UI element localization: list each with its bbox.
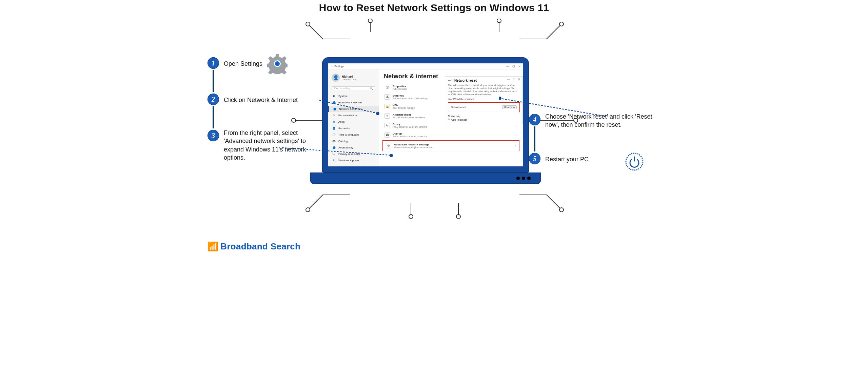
chevron-right-icon: › <box>516 134 517 137</box>
screen: ← Settings — ▢ ✕ 👤 Richard <box>328 63 523 166</box>
card-dialup[interactable]: ☎ Dial-upSet up a dial-up internet conne… <box>382 131 519 139</box>
back-icon[interactable]: ← <box>330 65 333 68</box>
laptop-base <box>310 172 541 184</box>
apps-icon: ▦ <box>332 120 336 123</box>
settings-main: Network & internet ⓘ PropertiesPublic ne… <box>379 69 523 166</box>
link-label: Get help <box>451 115 460 118</box>
card-title: Airplane mode <box>393 113 425 116</box>
sidebar-item-privacy[interactable]: 🛡Privacy & security <box>328 151 379 157</box>
sidebar-item-accessibility[interactable]: ⬤Accessibility <box>328 144 379 151</box>
sidebar-item-accounts[interactable]: 👤Accounts <box>328 125 379 131</box>
get-help-link[interactable]: ⚑Get help <box>448 115 520 118</box>
step-connector <box>534 126 535 151</box>
sidebar-item-label: Gaming <box>338 140 348 143</box>
sidebar-item-apps[interactable]: ▦Apps <box>328 119 379 125</box>
proxy-icon: ⇆ <box>384 123 390 128</box>
sidebar-item-label: Accessibility <box>338 146 353 149</box>
step-4-badge: 4 <box>529 114 540 125</box>
card-sub: View all network adapters, network reset <box>394 146 434 148</box>
accessibility-icon: ⬤ <box>332 146 336 149</box>
svg-point-7 <box>409 215 413 219</box>
sidebar-item-update[interactable]: ↻Windows Update <box>328 157 379 164</box>
network-reset-panel: —▢✕ Network reset This will remove then … <box>445 76 523 124</box>
step-5-text: Restart your PC <box>545 155 589 163</box>
sidebar-item-label: Apps <box>338 120 344 123</box>
search-icon: 🔍 <box>370 87 373 90</box>
sidebar-item-network[interactable]: ⬤Network & internet <box>328 106 379 112</box>
maximize-icon[interactable]: ▢ <box>512 65 515 68</box>
sidebar-item-label: Network & internet <box>339 107 361 110</box>
reset-row-label: Network reset <box>451 106 466 108</box>
sidebar-item-label: Personalization <box>338 114 357 117</box>
sidebar-item-label: Accounts <box>338 127 350 130</box>
step-4-text: Choose 'Network reset' and click 'Reset … <box>545 113 657 129</box>
step-connector <box>213 106 214 128</box>
sidebar-item-label: Time & language <box>338 133 359 136</box>
gaming-icon: 🎮 <box>332 140 336 143</box>
step-2-text: Click on Network & Internet <box>224 96 298 104</box>
sidebar-item-gaming[interactable]: 🎮Gaming <box>328 138 379 144</box>
step-3-badge: 3 <box>208 130 219 141</box>
step-5-badge: 5 <box>529 153 540 164</box>
network-icon: ⬤ <box>333 107 336 110</box>
svg-point-2 <box>497 19 501 23</box>
sidebar-item-time[interactable]: 🕑Time & language <box>328 131 379 138</box>
give-feedback-link[interactable]: ✎Give Feedback <box>448 118 520 121</box>
window-titlebar: ← Settings — ▢ ✕ <box>328 63 523 69</box>
step-2-badge: 2 <box>208 94 219 105</box>
close-icon[interactable]: ✕ <box>518 65 521 68</box>
sidebar-item-label: Privacy & security <box>338 152 360 156</box>
panel-window-controls[interactable]: —▢✕ <box>507 78 520 81</box>
svg-point-1 <box>368 19 372 23</box>
settings-sidebar: 👤 Richard Local Account Find a setting 🔍… <box>328 69 379 166</box>
help-icon: ⚑ <box>448 115 450 118</box>
power-icon <box>625 152 644 171</box>
gear-icon <box>267 54 288 74</box>
page-title: How to Reset Network Settings on Windows… <box>170 2 698 14</box>
step-1-badge: 1 <box>208 57 219 69</box>
reset-now-button[interactable]: Reset now <box>502 105 517 109</box>
card-advanced-network[interactable]: ⚙ Advanced network settingsView all netw… <box>384 142 518 150</box>
window-controls[interactable]: — ▢ ✕ <box>506 65 521 68</box>
card-title: Properties <box>393 85 407 88</box>
search-input[interactable]: Find a setting 🔍 <box>332 86 375 90</box>
reset-note: Your PC will be restarted. <box>448 98 520 100</box>
step-connector <box>213 70 214 92</box>
step-1-text: Open Settings <box>224 60 262 68</box>
chevron-right-icon: › <box>516 124 517 127</box>
card-sub: Public network <box>393 88 407 90</box>
sidebar-item-label: System <box>338 95 348 98</box>
card-sub: Add, connect, manage <box>393 107 415 109</box>
svg-point-0 <box>306 22 310 26</box>
privacy-icon: 🛡 <box>332 152 336 156</box>
sidebar-item-label: Bluetooth & devices <box>338 101 362 104</box>
sidebar-item-system[interactable]: 🖥System <box>328 93 379 99</box>
wifi-icon: 📶 <box>208 241 218 252</box>
user-sub: Local Account <box>342 78 357 81</box>
svg-point-4 <box>292 118 296 122</box>
step-3-text: From the right panel, select 'Advanced n… <box>224 129 326 162</box>
ethernet-icon: 🖧 <box>384 94 390 100</box>
sidebar-item-bluetooth[interactable]: ⬤Bluetooth & devices <box>328 99 379 106</box>
advanced-icon: ⚙ <box>386 143 391 148</box>
card-sub: Proxy server for Wi-Fi and Ethernet <box>393 126 427 128</box>
dialup-icon: ☎ <box>384 132 390 138</box>
vpn-icon: 🔒 <box>384 104 390 109</box>
user-name: Richard <box>342 75 357 78</box>
user-block: 👤 Richard Local Account <box>328 72 379 85</box>
laptop-bezel: ← Settings — ▢ ✕ 👤 Richard <box>322 57 529 172</box>
sidebar-item-personalization[interactable]: ✎Personalization <box>328 112 379 119</box>
brand-logo: 📶 Broadband Search <box>208 241 300 252</box>
feedback-icon: ✎ <box>448 118 450 121</box>
card-title: Proxy <box>393 123 427 126</box>
airplane-icon: ✈ <box>384 113 390 119</box>
card-title: Advanced network settings <box>394 143 434 146</box>
update-icon: ↻ <box>332 159 336 162</box>
minimize-icon[interactable]: — <box>506 65 509 68</box>
reset-highlight-box: Network reset Reset now <box>448 102 520 112</box>
link-label: Give Feedback <box>451 119 467 121</box>
avatar: 👤 <box>332 74 340 82</box>
accounts-icon: 👤 <box>332 127 336 130</box>
card-sub: Stop all wireless communications <box>393 116 425 119</box>
advanced-highlight-box: ⚙ Advanced network settingsView all netw… <box>382 140 519 151</box>
